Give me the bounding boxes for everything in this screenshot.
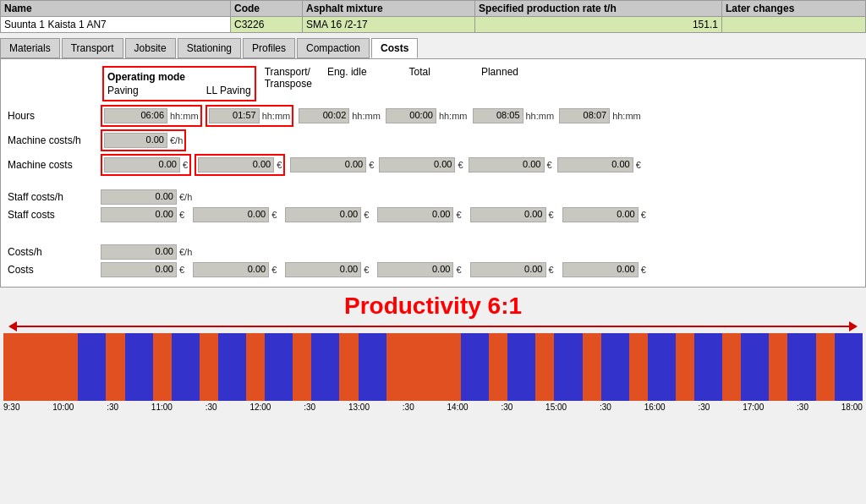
machine-costs-eng-unit: €	[458, 160, 463, 170]
chart-segment	[554, 333, 582, 401]
chart-segment	[3, 333, 78, 401]
costs-ll-field[interactable]: 0.00	[193, 262, 269, 277]
tab-transport[interactable]: Transport	[62, 38, 123, 58]
staff-costs-label: Staff costs	[8, 209, 101, 221]
machine-costs-h-row: Machine costs/h 0.00 €/h	[8, 129, 858, 151]
productivity-label: Productivity 6:1	[0, 293, 866, 320]
machine-costs-total-unit: €	[547, 160, 552, 170]
staff-costs-transport-field[interactable]: 0.00	[285, 207, 361, 222]
col-code: Code	[231, 1, 303, 17]
hours-total-unit: hh:mm	[526, 111, 555, 121]
tab-compaction[interactable]: Compaction	[297, 38, 370, 58]
machine-costs-planned-unit: €	[636, 160, 641, 170]
chart-segment	[153, 333, 172, 401]
hours-total-field[interactable]: 08:05	[473, 108, 523, 123]
chart-segment	[694, 333, 722, 401]
costs-panel: Operating mode Paving LL Paving Transpor…	[0, 58, 866, 288]
staff-costs-h-row: Staff costs/h 0.00 €/h	[8, 189, 858, 205]
costs-transport-unit: €	[364, 265, 369, 275]
time-label: :30	[403, 403, 414, 412]
hours-paving-field[interactable]: 06:06	[104, 108, 167, 123]
time-label: :30	[501, 403, 512, 412]
col-rate: Specified production rate t/h	[475, 1, 722, 17]
arrow-line	[17, 326, 849, 327]
hours-transport-field[interactable]: 00:02	[299, 108, 349, 123]
chart-segment	[648, 333, 676, 401]
chart-segment	[125, 333, 153, 401]
hours-ll-unit: hh:mm	[262, 111, 291, 121]
machine-costs-paving-unit: €	[183, 160, 188, 170]
costs-eng-field[interactable]: 0.00	[377, 262, 453, 277]
staff-costs-planned-field[interactable]: 0.00	[562, 207, 639, 222]
time-label: :30	[797, 403, 808, 412]
time-label: :30	[206, 403, 217, 412]
time-label: 12:00	[249, 403, 271, 412]
arrow-left-head	[8, 321, 17, 331]
chart-segment	[359, 333, 386, 401]
productivity-chart	[3, 333, 863, 401]
tab-costs[interactable]: Costs	[371, 38, 418, 58]
costs-transport-field[interactable]: 0.00	[285, 262, 361, 277]
costs-h-label: Costs/h	[8, 246, 101, 258]
staff-costs-total-field[interactable]: 0.00	[470, 207, 546, 222]
costs-paving-unit: €	[179, 265, 184, 275]
staff-costs-eng-field[interactable]: 0.00	[377, 207, 453, 222]
chart-segment	[741, 333, 769, 401]
chart-segment	[293, 333, 311, 401]
costs-planned-field[interactable]: 0.00	[562, 262, 639, 277]
productivity-arrow	[8, 321, 858, 331]
machine-costs-ll-field[interactable]: 0.00	[198, 157, 274, 173]
staff-costs-h-field[interactable]: 0.00	[101, 189, 177, 205]
time-label: 16:00	[644, 403, 666, 412]
staff-costs-total-unit: €	[549, 210, 554, 220]
chart-segment	[78, 333, 106, 401]
costs-total-unit: €	[549, 265, 554, 275]
time-label: :30	[600, 403, 611, 412]
time-label: 15:00	[545, 403, 567, 412]
hours-ll-field[interactable]: 01:57	[209, 108, 260, 123]
chart-segment	[629, 333, 648, 401]
hours-eng-field[interactable]: 00:00	[386, 108, 436, 123]
machine-costs-eng-field[interactable]: 0.00	[379, 157, 455, 173]
staff-costs-ll-field[interactable]: 0.00	[193, 207, 269, 222]
transport-col-label: Transport/	[265, 66, 312, 78]
machine-costs-h-field[interactable]: 0.00	[104, 133, 167, 148]
chart-segment	[200, 333, 218, 401]
hours-planned-unit: hh:mm	[612, 111, 641, 121]
machine-costs-total-field[interactable]: 0.00	[469, 157, 545, 173]
time-label: 9:30	[3, 403, 19, 412]
costs-ll-unit: €	[271, 265, 277, 275]
row-code: C3226	[231, 17, 303, 33]
tab-materials[interactable]: Materials	[0, 38, 60, 58]
costs-eng-unit: €	[456, 265, 461, 275]
chart-segment	[835, 333, 863, 401]
machine-costs-paving-field[interactable]: 0.00	[104, 157, 180, 173]
chart-segment	[339, 333, 358, 401]
tab-jobsite[interactable]: Jobsite	[125, 38, 176, 58]
machine-costs-planned-field[interactable]: 0.00	[557, 157, 633, 173]
chart-segment	[311, 333, 339, 401]
eng-col-label: Eng. idle	[327, 66, 367, 78]
machine-costs-transport-unit: €	[369, 160, 374, 170]
costs-paving-field[interactable]: 0.00	[101, 262, 177, 277]
row-changes	[721, 17, 865, 33]
staff-costs-row: Staff costs 0.00 € 0.00 € 0.00 € 0.00 € …	[8, 207, 858, 222]
costs-h-field[interactable]: 0.00	[101, 244, 177, 260]
machine-costs-transport-field[interactable]: 0.00	[290, 157, 366, 173]
costs-label: Costs	[8, 264, 101, 276]
staff-costs-ll-unit: €	[271, 210, 277, 220]
chart-segment	[218, 333, 246, 401]
hours-planned-field[interactable]: 08:07	[559, 108, 610, 123]
col-mixture: Asphalt mixture	[303, 1, 475, 17]
costs-total-field[interactable]: 0.00	[470, 262, 546, 277]
chart-segment	[106, 333, 124, 401]
time-label: 18:00	[841, 403, 863, 412]
hours-transport-unit: hh:mm	[352, 111, 381, 121]
time-label: 14:00	[447, 403, 469, 412]
tab-stationing[interactable]: Stationing	[178, 38, 241, 58]
chart-segment	[601, 333, 629, 401]
staff-costs-paving-field[interactable]: 0.00	[101, 207, 177, 222]
tab-profiles[interactable]: Profiles	[243, 38, 295, 58]
time-label: 17:00	[743, 403, 764, 412]
chart-segment	[787, 333, 815, 401]
